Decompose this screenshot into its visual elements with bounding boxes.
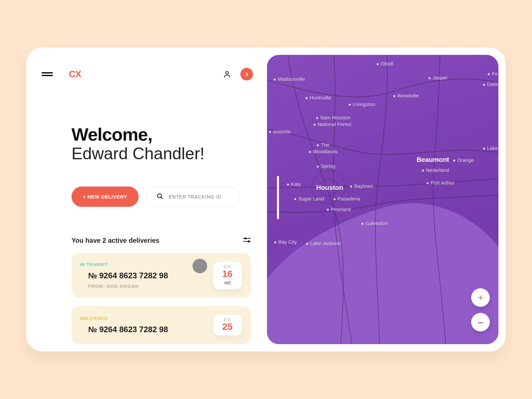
menu-icon[interactable] [42, 71, 53, 77]
svg-point-5 [248, 240, 250, 242]
svg-rect-2 [243, 238, 251, 239]
map-city-label: Orange [453, 157, 474, 163]
user-icon[interactable] [223, 70, 231, 78]
notification-badge[interactable]: 3 [240, 68, 253, 80]
map-city-label: The [317, 142, 330, 148]
map-city-label: Livingston [349, 101, 375, 107]
zoom-in-button[interactable]: + [471, 288, 490, 307]
tracking-number: № 9264 8623 7282 98 [88, 325, 168, 334]
map-city-label: Bay City [274, 239, 297, 245]
greeting-line1: Welcome, [71, 124, 253, 145]
svg-point-0 [226, 71, 228, 74]
map-city-label: Houston [316, 184, 343, 192]
eta-day: 25 [222, 322, 232, 332]
map-city-label: Beaumont [417, 156, 449, 164]
filter-icon[interactable] [243, 237, 251, 244]
map-city-label: DeRid [483, 81, 498, 87]
actions-row: + NEW DELIVERY [71, 187, 253, 207]
delivery-status: IN TRANSIT [80, 262, 168, 267]
eta-label: ETA [224, 318, 231, 322]
map-city-label: Fo [488, 71, 498, 76]
eta-day: 16 [222, 269, 232, 279]
delivery-card[interactable]: IN TRANSIT № 9264 8623 7282 98 FROM: DON… [71, 253, 251, 298]
search-input[interactable] [169, 194, 230, 200]
map-city-label: Lake [483, 145, 498, 151]
pointer-dot [193, 259, 207, 273]
zoom-controls: + – [471, 288, 490, 332]
map-city-label: Pasadena [333, 196, 360, 201]
map-panel[interactable]: DibollMadisonvilleJasperFoDeRidHuntsvill… [267, 55, 498, 344]
eta-month: oct [224, 280, 231, 285]
search-icon [156, 193, 164, 201]
map-city-label: Woodville [393, 93, 419, 98]
map-city-label: Diboll [377, 61, 393, 66]
greeting: Welcome, Edward Chandler! [71, 124, 253, 163]
eta-badge: ETA 16 oct [213, 262, 242, 289]
greeting-line2: Edward Chandler! [71, 144, 253, 163]
delivery-status: DELIVERED [80, 316, 168, 321]
map-city-label: Katy [287, 181, 301, 187]
left-pane: CX 3 Welcome, Edward Chandler! + NEW DEL… [26, 48, 268, 351]
map-city-label: Sam Houston [316, 115, 350, 120]
map-city-label: Port Arthur [427, 180, 455, 186]
eta-label: ETA [224, 265, 231, 269]
svg-rect-4 [243, 241, 251, 242]
zoom-out-button[interactable]: – [471, 313, 490, 332]
deliveries-header: You have 2 active deliveries [71, 237, 251, 244]
topbar: CX 3 [42, 64, 253, 84]
map-city-label: Madisonville [274, 76, 305, 82]
map-city-label: Woodlands [309, 149, 338, 154]
deliveries-summary: You have 2 active deliveries [71, 237, 159, 244]
tracking-number: № 9264 8623 7282 98 [88, 271, 168, 280]
eta-badge: ETA 25 [213, 315, 242, 335]
deliveries-list: IN TRANSIT № 9264 8623 7282 98 FROM: DON… [71, 253, 251, 344]
map-city-label: Baytown [350, 183, 373, 189]
map-city-label: Galveston [361, 220, 388, 226]
map-city-label: Lake Jackson [306, 240, 341, 246]
map-city-label: National Forest [314, 121, 351, 127]
delivery-from: FROM: DON HOGAN [88, 284, 168, 289]
map-city-label: Pearland [327, 206, 351, 212]
map-city-label: avasota [269, 129, 291, 134]
app-window: CX 3 Welcome, Edward Chandler! + NEW DEL… [26, 48, 506, 351]
map-city-label: Sugar Land [294, 196, 324, 201]
map-scrubber[interactable] [277, 176, 279, 219]
delivery-card[interactable]: DELIVERED № 9264 8623 7282 98 ETA 25 [71, 306, 251, 344]
map-city-label: Jasper [429, 75, 448, 80]
new-delivery-button[interactable]: + NEW DELIVERY [71, 187, 139, 207]
map-city-label: Spring [317, 163, 335, 169]
search-field[interactable] [147, 187, 240, 207]
svg-point-3 [244, 237, 246, 239]
logo: CX [69, 69, 81, 79]
map-city-label: Huntsville [306, 95, 331, 100]
map-city-label: Nederland [422, 167, 449, 173]
